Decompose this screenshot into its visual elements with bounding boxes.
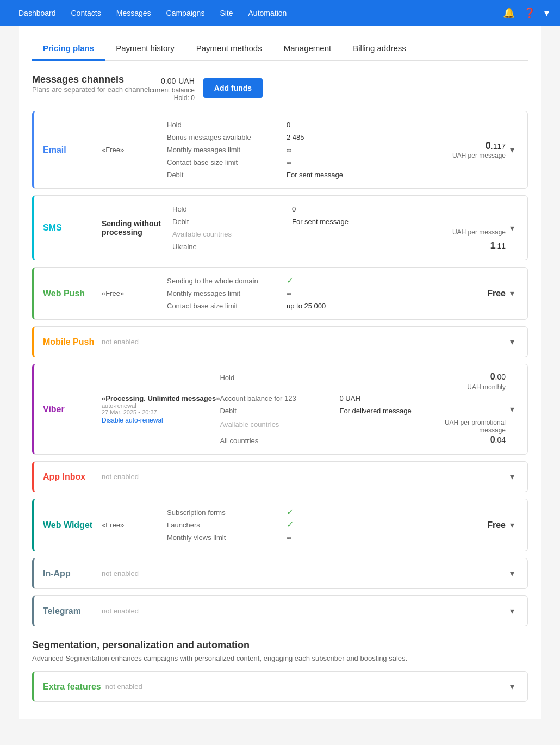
inapp-header: In-App not enabled ▾ xyxy=(34,558,527,588)
seg-title: Segmentation, personalization and automa… xyxy=(32,640,528,651)
webpush-toggle[interactable]: ▾ xyxy=(506,286,519,301)
webwidget-details: Subscription forms✓ Launchers✓ Monthly v… xyxy=(167,507,430,543)
extra-toggle[interactable]: ▾ xyxy=(506,679,519,694)
balance-info: 0.00 UAH current balance Hold: 0 xyxy=(150,75,195,102)
webpush-free: Free xyxy=(430,289,506,299)
appinbox-channel-name: App Inbox xyxy=(43,472,97,482)
appinbox-not-enabled: not enabled xyxy=(102,473,139,481)
channel-webwidget: Web Widget «Free» Subscription forms✓ La… xyxy=(32,499,528,551)
nav-dashboard[interactable]: Dashboard xyxy=(11,0,64,26)
inapp-toggle[interactable]: ▾ xyxy=(506,566,519,581)
webwidget-free: Free xyxy=(430,520,506,530)
tab-payment-methods[interactable]: Payment methods xyxy=(185,37,273,61)
channel-webpush: Web Push «Free» Sending to the whole dom… xyxy=(32,267,528,320)
mobilepush-header: Mobile Push not enabled ▾ xyxy=(34,327,527,357)
channel-appinbox: App Inbox not enabled ▾ xyxy=(32,461,528,492)
mobilepush-toggle[interactable]: ▾ xyxy=(506,334,519,349)
section-title: Messages channels xyxy=(32,74,150,85)
email-plan: «Free» xyxy=(102,146,167,154)
nav-campaigns[interactable]: Campaigns xyxy=(159,0,213,26)
extra-not-enabled: not enabled xyxy=(105,682,142,691)
nav-automation[interactable]: Automation xyxy=(241,0,295,26)
viber-renewal-info: auto-renewal xyxy=(102,402,220,409)
webpush-channel-name: Web Push xyxy=(43,289,97,299)
channel-mobilepush: Mobile Push not enabled ▾ xyxy=(32,326,528,357)
viber-channel-name: Viber xyxy=(43,405,97,414)
telegram-toggle[interactable]: ▾ xyxy=(506,604,519,618)
sms-details: Hold0 DebitFor sent message Available co… xyxy=(172,203,506,252)
tab-payment-history[interactable]: Payment history xyxy=(105,37,185,61)
webwidget-toggle[interactable]: ▾ xyxy=(506,518,519,532)
webpush-plan: «Free» xyxy=(102,289,167,297)
sms-plan: Sending withoutprocessing xyxy=(102,219,172,237)
section-header: Messages channels Plans are separated fo… xyxy=(32,74,528,102)
channel-sms: SMS Sending withoutprocessing Hold0 Debi… xyxy=(32,195,528,260)
telegram-not-enabled: not enabled xyxy=(102,607,139,615)
mobilepush-not-enabled: not enabled xyxy=(102,338,139,346)
webwidget-header: Web Widget «Free» Subscription forms✓ La… xyxy=(34,499,527,551)
page-content: Pricing plans Payment history Payment me… xyxy=(19,26,541,719)
nav-icons: 🔔 ❓ ▾ xyxy=(503,7,549,19)
webpush-details: Sending to the whole domain✓ Monthly mes… xyxy=(167,275,430,312)
webwidget-channel-name: Web Widget xyxy=(43,520,97,530)
viber-plan-area: «Processing. Unlimited messages» auto-re… xyxy=(102,394,220,424)
help-icon[interactable]: ❓ xyxy=(524,7,536,19)
balance-label: current balance xyxy=(150,86,195,94)
nav-site[interactable]: Site xyxy=(212,0,240,26)
email-price: 0.117 UAH per message xyxy=(430,140,506,159)
channel-extra: Extra features not enabled ▾ xyxy=(32,671,528,702)
telegram-channel-name: Telegram xyxy=(43,606,97,616)
section-title-area: Messages channels Plans are separated fo… xyxy=(32,74,150,102)
section-subtitle: Plans are separated for each channel xyxy=(32,85,150,94)
sms-toggle[interactable]: ▾ xyxy=(506,221,519,235)
seg-description: Advanced Segmentation enhances campaigns… xyxy=(32,654,528,662)
extra-channel-name: Extra features xyxy=(43,682,101,692)
channel-email: Email «Free» Hold0 Bonus messages availa… xyxy=(32,111,528,189)
main-nav: Dashboard Contacts Messages Campaigns Si… xyxy=(11,0,294,26)
channel-inapp: In-App not enabled ▾ xyxy=(32,558,528,589)
inapp-channel-name: In-App xyxy=(43,569,97,579)
sms-channel-name: SMS xyxy=(43,223,97,233)
tabs: Pricing plans Payment history Payment me… xyxy=(32,37,528,61)
tab-management[interactable]: Management xyxy=(273,37,343,61)
nav-contacts[interactable]: Contacts xyxy=(64,0,109,26)
tab-billing-address[interactable]: Billing address xyxy=(342,37,417,61)
account-dropdown[interactable]: ▾ xyxy=(544,7,549,19)
email-channel-name: Email xyxy=(43,145,97,155)
viber-details: Hold0.00UAH monthly Account balance for … xyxy=(220,372,506,446)
email-toggle[interactable]: ▾ xyxy=(506,142,519,157)
balance-amount: 0.00 UAH xyxy=(150,75,195,86)
mobilepush-channel-name: Mobile Push xyxy=(43,337,97,347)
viber-toggle[interactable]: ▾ xyxy=(506,402,519,417)
viber-disable-renewal[interactable]: Disable auto-renewal xyxy=(102,417,163,424)
inapp-not-enabled: not enabled xyxy=(102,569,139,578)
viber-header: Viber «Processing. Unlimited messages» a… xyxy=(34,364,527,454)
extra-header: Extra features not enabled ▾ xyxy=(34,672,527,701)
nav-bar: Dashboard Contacts Messages Campaigns Si… xyxy=(0,0,560,26)
webwidget-plan: «Free» xyxy=(102,521,167,529)
webpush-header: Web Push «Free» Sending to the whole dom… xyxy=(34,268,527,319)
hold-label: Hold: 0 xyxy=(150,94,195,102)
viber-renewal-date: 27 Mar, 2025 • 20:37 xyxy=(102,409,220,415)
channel-telegram: Telegram not enabled ▾ xyxy=(32,595,528,626)
sms-header: SMS Sending withoutprocessing Hold0 Debi… xyxy=(34,196,527,260)
telegram-header: Telegram not enabled ▾ xyxy=(34,596,527,626)
segmentation-section: Segmentation, personalization and automa… xyxy=(32,640,528,702)
email-details: Hold0 Bonus messages available2 485 Mont… xyxy=(167,119,430,181)
add-funds-button[interactable]: Add funds xyxy=(203,78,263,98)
nav-messages[interactable]: Messages xyxy=(109,0,159,26)
channel-viber: Viber «Processing. Unlimited messages» a… xyxy=(32,364,528,455)
appinbox-header: App Inbox not enabled ▾ xyxy=(34,462,527,492)
email-header: Email «Free» Hold0 Bonus messages availa… xyxy=(34,111,527,188)
appinbox-toggle[interactable]: ▾ xyxy=(506,469,519,484)
balance-number: 0.00 UAH xyxy=(161,75,195,86)
tab-pricing-plans[interactable]: Pricing plans xyxy=(32,37,105,61)
bell-icon[interactable]: 🔔 xyxy=(503,7,515,19)
